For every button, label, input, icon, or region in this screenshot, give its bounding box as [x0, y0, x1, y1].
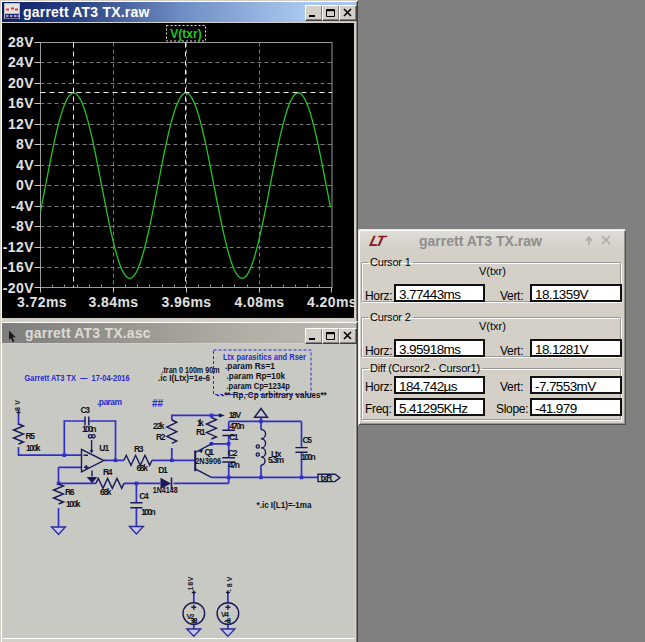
svg-text:.param Rs=1: .param Rs=1 [225, 361, 275, 371]
svg-text:C3: C3 [81, 405, 91, 415]
svg-text:8V: 8V [16, 136, 34, 152]
svg-text:-8V: -8V [226, 576, 233, 591]
svg-text:-12V: -12V [3, 239, 34, 255]
svg-text:##: ## [152, 398, 164, 409]
svg-text:U1: U1 [99, 443, 109, 453]
svg-text:0V: 0V [16, 177, 34, 193]
svg-text:20V: 20V [8, 75, 34, 91]
svg-text:R4: R4 [103, 467, 113, 477]
svg-text:68k: 68k [136, 463, 148, 473]
svg-text:4.20ms: 4.20ms [307, 294, 354, 310]
svg-text:100n: 100n [141, 507, 156, 517]
svg-text:R1: R1 [196, 427, 206, 437]
svg-text:5.3m: 5.3m [268, 455, 284, 465]
svg-text:R3: R3 [134, 444, 144, 454]
svg-text:txR: txR [321, 473, 333, 483]
svg-text:.param Rp=10k: .param Rp=10k [227, 371, 286, 381]
svg-text:C1: C1 [229, 432, 239, 442]
svg-text:4V: 4V [16, 157, 34, 173]
svg-text:.param: .param [97, 397, 122, 407]
svg-text:4.08ms: 4.08ms [235, 294, 285, 310]
svg-text:100k: 100k [66, 499, 81, 509]
svg-text:470n: 470n [229, 421, 244, 431]
svg-text:-4V: -4V [11, 198, 34, 214]
svg-text:R5: R5 [26, 431, 36, 441]
svg-text:3.96ms: 3.96ms [162, 294, 212, 310]
svg-text:-8: -8 [224, 616, 231, 625]
svg-text:47n: 47n [228, 460, 240, 470]
svg-text:V(txr): V(txr) [170, 27, 201, 41]
svg-text:28V: 28V [8, 34, 34, 50]
svg-text:8V: 8V [14, 400, 21, 411]
svg-text:C2: C2 [228, 448, 238, 458]
svg-text:100n: 100n [301, 452, 316, 462]
svg-text:- -** Rp, Cp arbitrary values*: - -** Rp, Cp arbitrary values** [217, 390, 328, 400]
svg-text:100n: 100n [82, 424, 97, 434]
svg-text:2N3906: 2N3906 [195, 456, 221, 466]
svg-text:3.84ms: 3.84ms [89, 294, 139, 310]
svg-text:-16V: -16V [3, 259, 34, 275]
svg-text:.ic I(Ltx)=1e-6: .ic I(Ltx)=1e-6 [158, 373, 210, 383]
svg-text:100k: 100k [26, 443, 41, 453]
svg-text:22k: 22k [153, 421, 165, 431]
svg-text:68k: 68k [100, 487, 112, 497]
svg-text:18: 18 [191, 616, 198, 625]
svg-text:C4: C4 [139, 491, 149, 501]
svg-text:R6: R6 [65, 487, 75, 497]
svg-text:16V: 16V [8, 95, 34, 111]
svg-text:R2: R2 [156, 432, 166, 442]
svg-text:-8V: -8V [11, 218, 34, 234]
svg-text:*.ic I(L1)=-1ma: *.ic I(L1)=-1ma [257, 500, 312, 510]
svg-text:D1: D1 [158, 465, 168, 475]
svg-text:24V: 24V [8, 54, 34, 70]
svg-text:1k: 1k [197, 418, 204, 428]
svg-text:12V: 12V [8, 116, 34, 132]
svg-text:18V: 18V [187, 576, 194, 590]
svg-text:3.72ms: 3.72ms [17, 294, 67, 310]
svg-text:C5: C5 [302, 435, 312, 445]
svg-text:18V: 18V [229, 410, 242, 420]
svg-text:Garrett AT3 TX — 17-04-2016: Garrett AT3 TX — 17-04-2016 [25, 373, 130, 383]
